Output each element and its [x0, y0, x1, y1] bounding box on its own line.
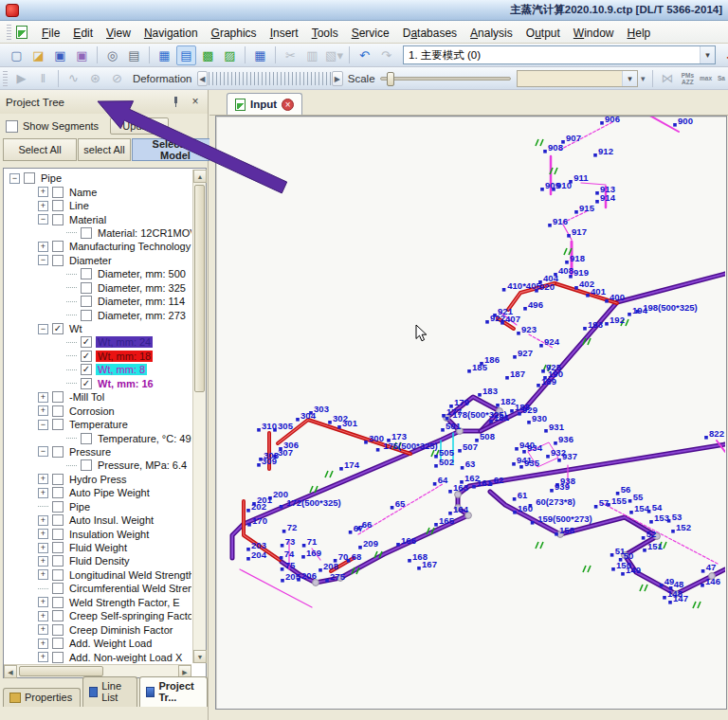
menu-edit[interactable]: Edit — [66, 25, 100, 42]
tree-checkbox[interactable] — [52, 446, 64, 458]
tree-checkbox[interactable] — [52, 624, 64, 636]
select-all-button[interactable]: Select All — [3, 138, 77, 161]
tree-item[interactable]: −Diameter — [4, 254, 191, 267]
scroll-down-icon[interactable]: ▼ — [193, 650, 207, 663]
tree-checkbox[interactable]: ✓ — [81, 364, 92, 375]
menu-tools[interactable]: Tools — [305, 25, 345, 42]
tree-checkbox[interactable] — [52, 638, 64, 649]
expand-icon[interactable]: + — [38, 611, 48, 621]
tree-checkbox[interactable]: ✓ — [81, 378, 92, 389]
pin-icon[interactable] — [171, 97, 181, 107]
tree-checkbox[interactable] — [81, 433, 92, 444]
menu-insert[interactable]: Insert — [264, 25, 305, 42]
model-canvas[interactable]: 9009069079089129119099109139149159169179… — [215, 116, 727, 710]
tree-item[interactable]: +Fluid Weight — [4, 541, 191, 554]
max-icon[interactable]: max — [700, 75, 712, 81]
collapse-icon[interactable]: − — [9, 173, 20, 184]
pms-azz-icon[interactable]: PMsAZZ — [682, 72, 694, 85]
tree-item[interactable]: +Insulation Weight — [4, 527, 191, 540]
scrollbar-thumb[interactable] — [194, 185, 205, 392]
expand-icon[interactable]: + — [38, 639, 48, 649]
structure-mode-icon[interactable]: ∴ — [720, 45, 728, 65]
toolbar-grip[interactable] — [7, 25, 11, 40]
chevron-down-icon[interactable]: ▾ — [622, 71, 637, 86]
redo-icon[interactable]: ↷ — [376, 45, 396, 65]
load-mode-combobox[interactable]: 1. 主要模式 (0) ▾ — [403, 45, 716, 64]
menu-graphics[interactable]: Graphics — [205, 25, 264, 42]
menu-help[interactable]: Help — [621, 25, 658, 42]
tree-checkbox[interactable] — [52, 487, 64, 498]
scale-combobox[interactable]: ▾ — [517, 70, 638, 87]
tree-item[interactable]: Pipe — [4, 500, 191, 513]
tree-checkbox[interactable] — [81, 282, 92, 294]
tree-item[interactable]: +Auto Insul. Weight — [4, 513, 191, 527]
valve-icon[interactable]: ⋈ — [658, 68, 678, 88]
tree-item[interactable]: −Pipe — [4, 171, 191, 185]
tree-item[interactable]: Pressure, MPa: 6.4 — [4, 459, 191, 472]
chevron-down-icon[interactable]: ▾ — [700, 46, 715, 63]
tree-item[interactable]: +Creep Diminish Factor — [4, 622, 191, 636]
tree-checkbox[interactable] — [81, 459, 92, 471]
vertical-scrollbar[interactable]: ▲ ▼ — [192, 170, 206, 663]
tab-properties[interactable]: Properties — [3, 688, 81, 707]
tree-checkbox[interactable] — [52, 255, 64, 266]
tree-checkbox[interactable] — [52, 597, 64, 608]
tree-checkbox[interactable] — [52, 529, 64, 540]
tree-item[interactable]: Temperature, °C: 495 — [4, 431, 191, 444]
check-model-icon[interactable]: ▩ — [198, 45, 218, 65]
sa-icon[interactable]: Sa — [718, 75, 725, 81]
tab-project-tree[interactable]: Project Tr... — [139, 676, 208, 707]
play-icon[interactable]: ▶ — [11, 68, 31, 88]
expand-icon[interactable]: + — [38, 515, 48, 526]
tree-item[interactable]: +Longitudinal Weld Strength F — [4, 568, 191, 582]
open-folder-icon[interactable]: ◪ — [28, 45, 48, 65]
tree-checkbox[interactable] — [52, 555, 64, 567]
toolbar-overflow-icon[interactable]: ▾ — [641, 74, 646, 83]
tree-item[interactable]: ✓Wt, mm: 18 — [4, 350, 191, 363]
menu-view[interactable]: View — [100, 25, 137, 42]
tree-item[interactable]: +Creep Self-springing Factor — [4, 609, 191, 622]
save-icon[interactable]: ▣ — [50, 45, 70, 65]
tree-checkbox[interactable]: ✓ — [52, 323, 64, 334]
tree-checkbox[interactable] — [81, 227, 92, 239]
expand-icon[interactable]: + — [38, 201, 48, 211]
cold-spring-icon[interactable]: ⊘ — [107, 68, 127, 88]
tree-checkbox[interactable] — [52, 542, 64, 553]
tree-item[interactable]: ✓Wt, mm: 24 — [4, 335, 191, 349]
tree-item[interactable]: +Line — [4, 199, 191, 212]
tree-item[interactable]: −Pressure — [4, 445, 191, 459]
deselect-all-button[interactable]: select All — [78, 138, 131, 161]
collapse-icon[interactable]: − — [38, 214, 48, 225]
menu-navigation[interactable]: Navigation — [137, 25, 205, 42]
spring-icon[interactable]: ∿ — [64, 68, 83, 88]
tree-item[interactable]: −Temperature — [4, 418, 191, 431]
expand-icon[interactable]: + — [38, 529, 48, 539]
scroll-up-icon[interactable]: ▲ — [193, 170, 207, 183]
tree-item[interactable]: Diameter, mm: 500 — [4, 267, 191, 280]
tree-item[interactable]: +Auto Pipe Weight — [4, 486, 191, 499]
tree-checkbox[interactable] — [52, 419, 64, 430]
tree-item[interactable]: +Hydro Press — [4, 473, 191, 486]
menu-service[interactable]: Service — [345, 25, 396, 42]
tree-item[interactable]: +Weld Strength Factor, E — [4, 596, 191, 609]
calculator-icon[interactable]: ▦ — [250, 45, 270, 65]
tree-item[interactable]: +Add. Weight Load — [4, 637, 191, 650]
show-segments-checkbox[interactable] — [6, 120, 18, 133]
run-check-icon[interactable]: ▨ — [220, 45, 240, 65]
collapse-icon[interactable]: − — [38, 255, 48, 265]
tree-checkbox[interactable] — [24, 172, 35, 184]
menu-databases[interactable]: Databases — [396, 25, 464, 42]
tree-item[interactable]: Circumferential Weld Strengt — [4, 582, 191, 595]
menu-output[interactable]: Output — [519, 25, 567, 42]
tree-item[interactable]: +Corrosion — [4, 404, 191, 417]
scrollbar-thumb[interactable] — [19, 666, 103, 676]
tree-checkbox[interactable] — [52, 241, 64, 252]
tree-checkbox[interactable]: ✓ — [81, 336, 92, 348]
toolbar-grip[interactable] — [3, 71, 8, 86]
tree-item[interactable]: −Material — [4, 212, 191, 225]
collapse-icon[interactable]: − — [38, 324, 48, 334]
copy-icon[interactable]: ▥ — [302, 45, 322, 65]
menu-analysis[interactable]: Analysis — [464, 25, 519, 42]
expand-icon[interactable]: + — [38, 474, 48, 484]
tree-item[interactable]: Diameter, mm: 273 — [4, 308, 191, 321]
